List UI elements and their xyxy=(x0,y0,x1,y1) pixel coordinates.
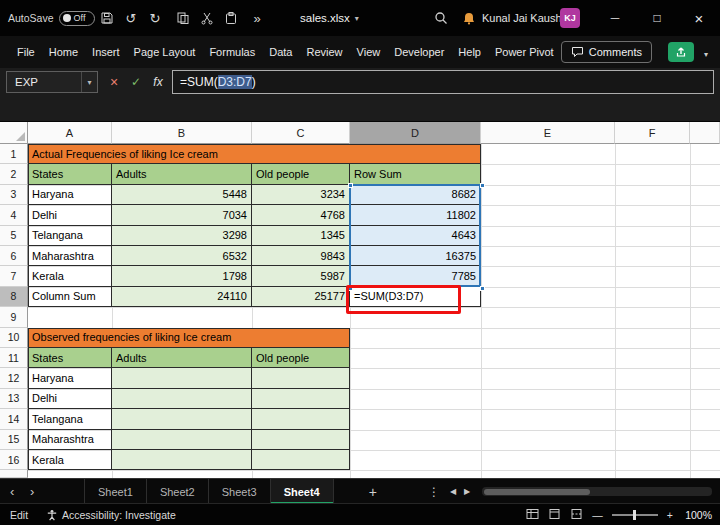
ribbon-tab-review[interactable]: Review xyxy=(299,36,349,68)
cell-A7[interactable]: Kerala xyxy=(28,266,112,286)
cell-C14[interactable] xyxy=(252,409,350,429)
cut-button[interactable] xyxy=(196,0,218,36)
cell-C2[interactable]: Old people xyxy=(252,164,350,184)
cell-B5[interactable]: 3298 xyxy=(112,226,252,246)
cancel-button[interactable]: × xyxy=(104,71,124,93)
cell-A16[interactable]: Kerala xyxy=(28,450,112,470)
column-header-C[interactable]: C xyxy=(252,122,350,144)
sheet-nav-right-button[interactable]: › xyxy=(30,479,34,504)
column-header-partial[interactable] xyxy=(690,122,720,144)
page-layout-view-button[interactable] xyxy=(548,508,561,522)
row-header-1[interactable]: 1 xyxy=(0,144,28,164)
cell-B6[interactable]: 6532 xyxy=(112,246,252,266)
name-box[interactable]: EXP ▾ xyxy=(6,71,98,93)
ribbon-tab-home[interactable]: Home xyxy=(42,36,85,68)
sheet-tab-sheet3[interactable]: Sheet3 xyxy=(209,479,271,504)
ribbon-tab-file[interactable]: File xyxy=(10,36,42,68)
cell-A4[interactable]: Delhi xyxy=(28,205,112,225)
redo-button[interactable]: ↻ xyxy=(144,0,166,36)
cell-D7[interactable]: 7785 xyxy=(350,266,481,286)
share-chevron-icon[interactable]: ▾ xyxy=(704,50,708,59)
maximize-button[interactable]: □ xyxy=(636,0,678,36)
column-header-A[interactable]: A xyxy=(28,122,112,144)
row-header-6[interactable]: 6 xyxy=(0,246,28,266)
share-button[interactable] xyxy=(668,42,694,62)
zoom-slider-thumb[interactable] xyxy=(633,510,636,520)
cell-B13[interactable] xyxy=(112,389,252,409)
cell-B12[interactable] xyxy=(112,368,252,388)
copy-button[interactable] xyxy=(172,0,194,36)
scrollbar-thumb[interactable] xyxy=(484,489,590,495)
insert-function-button[interactable]: fx xyxy=(148,71,168,93)
cell-B16[interactable] xyxy=(112,450,252,470)
cell-A14[interactable]: Telangana xyxy=(28,409,112,429)
ribbon-tab-data[interactable]: Data xyxy=(262,36,299,68)
column-header-E[interactable]: E xyxy=(481,122,615,144)
row-header-9[interactable]: 9 xyxy=(0,307,28,327)
row-header-7[interactable]: 7 xyxy=(0,266,28,286)
cell-B2[interactable]: Adults xyxy=(112,164,252,184)
row-header-partial[interactable] xyxy=(0,470,28,478)
enter-button[interactable]: ✓ xyxy=(126,71,146,93)
cell-B7[interactable]: 1798 xyxy=(112,266,252,286)
zoom-out-button[interactable]: — xyxy=(592,509,603,521)
row-header-10[interactable]: 10 xyxy=(0,328,28,348)
row-header-4[interactable]: 4 xyxy=(0,205,28,225)
cell-B3[interactable]: 5448 xyxy=(112,185,252,205)
cell-C11[interactable]: Old people xyxy=(252,348,350,368)
undo-button[interactable]: ↺ xyxy=(120,0,142,36)
row-header-11[interactable]: 11 xyxy=(0,348,28,368)
cell-A6[interactable]: Maharashtra xyxy=(28,246,112,266)
cell-D4[interactable]: 11802 xyxy=(350,205,481,225)
sheet-tab-sheet2[interactable]: Sheet2 xyxy=(147,479,209,504)
cell-A1[interactable]: Actual Frequencies of liking Ice cream xyxy=(28,144,481,164)
scroll-right-button[interactable]: ▶ xyxy=(464,479,470,504)
paste-button[interactable] xyxy=(220,0,242,36)
cell-D5[interactable]: 4643 xyxy=(350,226,481,246)
save-button[interactable] xyxy=(96,0,118,36)
sheet-options-button[interactable]: ⋮ xyxy=(428,479,440,504)
row-header-2[interactable]: 2 xyxy=(0,164,28,184)
cell-C4[interactable]: 4768 xyxy=(252,205,350,225)
cell-D8[interactable]: =SUM(D3:D7) xyxy=(350,287,481,307)
cell-B15[interactable] xyxy=(112,430,252,450)
row-header-16[interactable]: 16 xyxy=(0,450,28,470)
cell-C7[interactable]: 5987 xyxy=(252,266,350,286)
cell-C13[interactable] xyxy=(252,389,350,409)
cell-A8[interactable]: Column Sum xyxy=(28,287,112,307)
ribbon-tab-power-pivot[interactable]: Power Pivot xyxy=(488,36,561,68)
cell-A13[interactable]: Delhi xyxy=(28,389,112,409)
chevron-down-icon[interactable]: ▾ xyxy=(81,72,97,92)
search-button[interactable] xyxy=(430,0,452,36)
ribbon-tab-formulas[interactable]: Formulas xyxy=(202,36,262,68)
ribbon-tab-view[interactable]: View xyxy=(350,36,388,68)
cell-B4[interactable]: 7034 xyxy=(112,205,252,225)
row-header-15[interactable]: 15 xyxy=(0,430,28,450)
account-button[interactable]: KJ xyxy=(560,0,580,36)
row-header-5[interactable]: 5 xyxy=(0,226,28,246)
ribbon-tab-developer[interactable]: Developer xyxy=(387,36,451,68)
cell-A5[interactable]: Telangana xyxy=(28,226,112,246)
cell-C15[interactable] xyxy=(252,430,350,450)
more-commands-button[interactable]: » xyxy=(246,0,268,36)
ribbon-tab-page-layout[interactable]: Page Layout xyxy=(127,36,203,68)
cell-D6[interactable]: 16375 xyxy=(350,246,481,266)
zoom-slider[interactable] xyxy=(612,514,658,516)
ribbon-tab-insert[interactable]: Insert xyxy=(85,36,127,68)
sheet-tab-sheet4[interactable]: Sheet4 xyxy=(271,479,334,504)
zoom-in-button[interactable]: + xyxy=(667,509,673,521)
cell-A12[interactable]: Haryana xyxy=(28,368,112,388)
cell-C5[interactable]: 1345 xyxy=(252,226,350,246)
column-header-D[interactable]: D xyxy=(350,122,481,144)
accessibility-status[interactable]: Accessibility: Investigate xyxy=(62,504,176,525)
new-sheet-button[interactable]: + xyxy=(356,479,390,504)
cell-C6[interactable]: 9843 xyxy=(252,246,350,266)
autosave-toggle[interactable]: AutoSave Off xyxy=(8,0,95,36)
user-name[interactable]: Kunal Jai Kaushik xyxy=(482,0,569,36)
column-header-F[interactable]: F xyxy=(615,122,690,144)
notifications-button[interactable] xyxy=(458,0,480,36)
cell-C16[interactable] xyxy=(252,450,350,470)
cell-B14[interactable] xyxy=(112,409,252,429)
minimize-button[interactable]: ─ xyxy=(594,0,636,36)
cell-B8[interactable]: 24110 xyxy=(112,287,252,307)
